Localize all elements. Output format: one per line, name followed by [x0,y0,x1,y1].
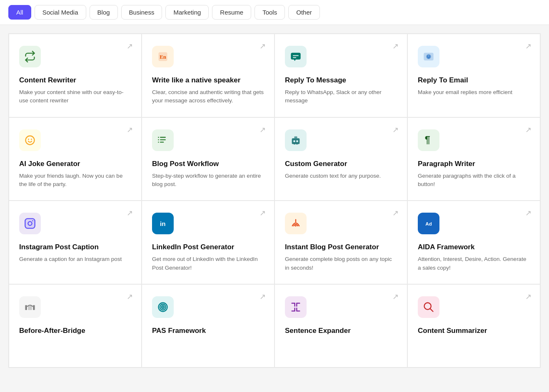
card-reply-email[interactable]: ↗ Reply To Email Make your email replies… [407,34,540,117]
card-sentence-expander[interactable]: ↗ Sentence Expander [274,284,407,367]
svg-point-6 [426,54,431,59]
card-arrow-icon: ↗ [525,42,532,50]
card-icon-reply-message [285,46,307,67]
card-icon-content-rewriter [19,46,41,67]
card-title: Blog Post Workflow [152,159,264,169]
card-pas-framework[interactable]: ↗ PAS Framework [142,284,274,367]
card-reply-message[interactable]: ↗ Reply To Message Reply to WhatsApp, Sl… [274,34,407,117]
svg-rect-17 [158,141,159,142]
card-icon-instagram-caption [19,213,41,234]
card-title: Content Summarizer [418,326,530,335]
card-title: Paragraph Writer [418,159,530,169]
card-linkedin-post[interactable]: ↗ in LinkedIn Post Generator Get more ou… [142,201,274,284]
svg-rect-22 [294,144,295,144]
svg-rect-3 [293,55,299,56]
card-arrow-icon: ↗ [525,126,532,134]
card-title: Custom Generator [285,159,397,169]
card-title: Instant Blog Post Generator [285,243,397,252]
card-arrow-icon: ↗ [260,42,266,50]
card-desc: Make your friends laugh. Now you can be … [19,172,131,189]
nav-btn-all[interactable]: All [8,5,31,20]
svg-rect-35 [33,305,35,310]
svg-text:Ad: Ad [425,221,432,226]
card-arrow-icon: ↗ [392,126,399,134]
svg-rect-15 [158,136,159,137]
card-icon-instant-blog [285,213,307,234]
svg-rect-13 [160,139,166,140]
card-title: Sentence Expander [285,326,397,335]
card-icon-paragraph-writer: ¶ [418,129,439,151]
svg-text:En: En [160,54,166,60]
card-arrow-icon: ↗ [392,42,399,50]
card-content-rewriter[interactable]: ↗ Content Rewriter Make your content shi… [9,34,142,117]
svg-text:¶: ¶ [425,134,430,145]
card-desc: Make your content shine with our easy-to… [19,88,131,105]
card-content-summarizer[interactable]: ↗ Content Summarizer [407,284,540,367]
card-icon-custom-generator [285,129,307,151]
card-arrow-icon: ↗ [260,293,266,300]
card-icon-reply-email [418,46,439,67]
card-arrow-icon: ↗ [392,209,399,217]
svg-rect-16 [158,139,159,140]
nav-btn-social-media[interactable]: Social Media [35,5,86,20]
card-arrow-icon: ↗ [127,209,133,217]
svg-point-8 [429,56,430,57]
nav-btn-business[interactable]: Business [121,5,162,20]
card-instagram-caption[interactable]: ↗ Instagram Post Caption Generate a capt… [9,201,142,284]
nav-btn-resume[interactable]: Resume [212,5,251,20]
svg-rect-34 [25,305,27,310]
svg-point-7 [427,56,428,57]
card-aida-framework[interactable]: ↗ Ad AIDA Framework Attention, Interest,… [407,201,540,284]
svg-point-20 [293,140,295,142]
card-icon-ai-joke [19,129,41,151]
card-blog-workflow[interactable]: ↗ Blog Post Workflow Step-by-step workfl… [142,117,274,201]
card-title: Write like a native speaker [152,76,264,85]
card-title: PAS Framework [152,326,264,335]
card-arrow-icon: ↗ [127,126,133,134]
nav-btn-blog[interactable]: Blog [90,5,118,20]
nav-btn-tools[interactable]: Tools [255,5,285,20]
card-desc: Generate paragraphs with the click of a … [418,172,530,189]
svg-point-21 [296,140,298,142]
svg-line-43 [430,309,433,311]
card-desc: Make your email replies more efficient [418,88,530,97]
svg-rect-14 [160,141,164,142]
card-title: Before-After-Bridge [19,326,131,335]
card-icon-blog-workflow [152,129,174,151]
card-paragraph-writer[interactable]: ↗ ¶ Paragraph Writer Generate paragraphs… [407,117,540,201]
card-desc: Clear, concise and authentic writing tha… [152,88,264,105]
card-title: AIDA Framework [418,243,530,252]
card-desc: Step-by-step workflow to generate an ent… [152,172,264,189]
card-title: Reply To Message [285,76,397,85]
svg-rect-18 [292,138,300,144]
card-desc: Generate complete blog posts on any topi… [285,255,397,272]
card-arrow-icon: ↗ [127,42,133,50]
card-native-speaker[interactable]: ↗ En Write like a native speaker Clear, … [142,34,274,117]
card-icon-sentence-expander [285,296,307,318]
card-desc: Get more out of LinkedIn with the Linked… [152,255,264,272]
nav-btn-marketing[interactable]: Marketing [165,5,209,20]
card-icon-linkedin-post: in [152,213,174,234]
svg-rect-23 [296,144,298,144]
svg-text:in: in [160,220,165,227]
svg-rect-4 [293,57,296,58]
card-custom-generator[interactable]: ↗ Custom Generator Generate custom text … [274,117,407,201]
card-icon-content-summarizer [418,296,439,318]
card-arrow-icon: ↗ [260,126,266,134]
card-icon-before-after [19,296,41,318]
svg-rect-25 [25,219,35,228]
card-arrow-icon: ↗ [392,293,399,300]
card-title: AI Joke Generator [19,159,131,169]
svg-rect-19 [294,136,297,138]
nav-btn-other[interactable]: Other [288,5,320,20]
card-desc: Attention, Interest, Desire, Action. Gen… [418,255,530,272]
card-before-after[interactable]: ↗ Before-After-Bridge [9,284,142,367]
card-ai-joke[interactable]: ↗ AI Joke Generator Make your friends la… [9,117,142,201]
card-grid: ↗ Content Rewriter Make your content shi… [8,33,541,368]
card-arrow-icon: ↗ [525,209,532,217]
card-title: LinkedIn Post Generator [152,243,264,252]
card-desc: Generate a caption for an Instagram post [19,255,131,263]
card-instant-blog[interactable]: ↗ Instant Blog Post Generator Generate c… [274,201,407,284]
card-icon-pas-framework [152,296,174,318]
svg-rect-12 [160,136,166,137]
